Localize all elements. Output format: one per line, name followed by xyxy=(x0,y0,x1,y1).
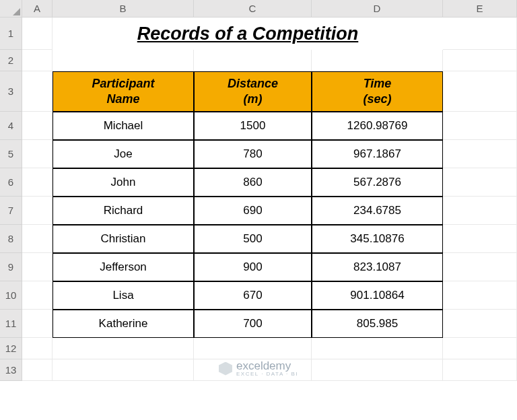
row-header-8[interactable]: 8 xyxy=(0,225,22,253)
table-header-name[interactable]: Participant Name xyxy=(53,71,194,112)
table-row[interactable]: 901.10864 xyxy=(312,281,443,310)
cell-A8[interactable] xyxy=(22,225,53,253)
cell-A5[interactable] xyxy=(22,140,53,168)
row-header-9[interactable]: 9 xyxy=(0,253,22,281)
cell-A12[interactable] xyxy=(22,338,53,359)
row-header-4[interactable]: 4 xyxy=(0,112,22,140)
cell-A11[interactable] xyxy=(22,310,53,338)
table-row[interactable]: Lisa xyxy=(53,281,194,310)
col-header-D[interactable]: D xyxy=(312,0,443,18)
watermark-brand: exceldemy xyxy=(236,360,298,372)
cell-E4[interactable] xyxy=(443,112,517,140)
table-row[interactable]: 1260.98769 xyxy=(312,112,443,140)
col-header-A[interactable]: A xyxy=(22,0,53,18)
row-header-7[interactable]: 7 xyxy=(0,197,22,225)
logo-icon xyxy=(219,362,232,376)
table-row[interactable]: 670 xyxy=(194,281,312,310)
table-header-distance[interactable]: Distance (m) xyxy=(194,71,312,112)
cell-E12[interactable] xyxy=(443,338,517,359)
table-row[interactable]: 823.1087 xyxy=(312,253,443,281)
row-header-11[interactable]: 11 xyxy=(0,310,22,338)
row-header-1[interactable]: 1 xyxy=(0,18,22,50)
cell-E7[interactable] xyxy=(443,197,517,225)
table-row[interactable]: 900 xyxy=(194,253,312,281)
row-header-12[interactable]: 12 xyxy=(0,338,22,359)
table-row[interactable]: 805.985 xyxy=(312,310,443,338)
watermark: exceldemy EXCEL · DATA · BI xyxy=(219,360,298,377)
cell-E8[interactable] xyxy=(443,225,517,253)
cell-A9[interactable] xyxy=(22,253,53,281)
row-header-3[interactable]: 3 xyxy=(0,71,22,112)
cell-A6[interactable] xyxy=(22,168,53,197)
cell-E2[interactable] xyxy=(443,50,517,71)
table-row[interactable]: 780 xyxy=(194,140,312,168)
cell-E11[interactable] xyxy=(443,310,517,338)
cell-D12[interactable] xyxy=(312,338,443,359)
spreadsheet-grid: A B C D E 1 Records of a Competition 2 3… xyxy=(0,0,517,420)
cell-A13[interactable] xyxy=(22,359,53,381)
page-title: Records of a Competition xyxy=(53,18,443,50)
table-row[interactable]: 500 xyxy=(194,225,312,253)
table-row[interactable]: Katherine xyxy=(53,310,194,338)
col-header-E[interactable]: E xyxy=(443,0,517,18)
cell-A4[interactable] xyxy=(22,112,53,140)
cell-A7[interactable] xyxy=(22,197,53,225)
cell-A1[interactable] xyxy=(22,18,53,50)
cell-C2[interactable] xyxy=(194,50,312,71)
table-row[interactable]: 700 xyxy=(194,310,312,338)
cell-E10[interactable] xyxy=(443,281,517,310)
table-row[interactable]: Joe xyxy=(53,140,194,168)
cell-E3[interactable] xyxy=(443,71,517,112)
table-header-time[interactable]: Time (sec) xyxy=(312,71,443,112)
cell-E5[interactable] xyxy=(443,140,517,168)
cell-A10[interactable] xyxy=(22,281,53,310)
cell-A2[interactable] xyxy=(22,50,53,71)
table-row[interactable]: 234.6785 xyxy=(312,197,443,225)
cell-A3[interactable] xyxy=(22,71,53,112)
cell-B13[interactable] xyxy=(53,359,194,381)
table-row[interactable]: Christian xyxy=(53,225,194,253)
cell-D2[interactable] xyxy=(312,50,443,71)
cell-B2[interactable] xyxy=(53,50,194,71)
cell-B12[interactable] xyxy=(53,338,194,359)
cell-C12[interactable] xyxy=(194,338,312,359)
table-row[interactable]: John xyxy=(53,168,194,197)
cell-E1[interactable] xyxy=(443,18,517,50)
table-row[interactable]: 345.10876 xyxy=(312,225,443,253)
row-header-10[interactable]: 10 xyxy=(0,281,22,310)
cell-E13[interactable] xyxy=(443,359,517,381)
cell-D13[interactable] xyxy=(312,359,443,381)
row-header-13[interactable]: 13 xyxy=(0,359,22,381)
cell-E9[interactable] xyxy=(443,253,517,281)
col-header-B[interactable]: B xyxy=(53,0,194,18)
select-all-corner[interactable] xyxy=(0,0,22,18)
table-row[interactable]: 690 xyxy=(194,197,312,225)
table-row[interactable]: Jefferson xyxy=(53,253,194,281)
cell-E6[interactable] xyxy=(443,168,517,197)
table-row[interactable]: 1500 xyxy=(194,112,312,140)
row-header-2[interactable]: 2 xyxy=(0,50,22,71)
table-row[interactable]: 967.1867 xyxy=(312,140,443,168)
table-row[interactable]: 860 xyxy=(194,168,312,197)
table-row[interactable]: 567.2876 xyxy=(312,168,443,197)
col-header-C[interactable]: C xyxy=(194,0,312,18)
table-row[interactable]: Michael xyxy=(53,112,194,140)
row-header-6[interactable]: 6 xyxy=(0,168,22,197)
table-row[interactable]: Richard xyxy=(53,197,194,225)
watermark-tag: EXCEL · DATA · BI xyxy=(236,372,298,377)
row-header-5[interactable]: 5 xyxy=(0,140,22,168)
